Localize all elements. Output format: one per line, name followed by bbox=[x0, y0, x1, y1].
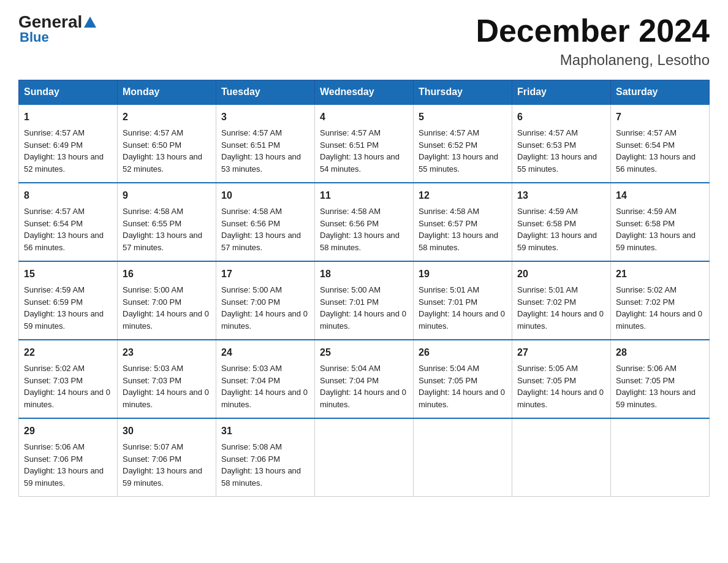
month-title: December 2024 bbox=[476, 12, 710, 49]
day-number: 1 bbox=[24, 110, 112, 124]
day-number: 18 bbox=[320, 267, 408, 282]
calendar-cell bbox=[512, 418, 611, 497]
calendar-cell: 30Sunrise: 5:07 AMSunset: 7:06 PMDayligh… bbox=[118, 418, 216, 497]
calendar-cell: 2Sunrise: 4:57 AMSunset: 6:50 PMDaylight… bbox=[118, 104, 216, 183]
day-info: Sunrise: 5:06 AMSunset: 7:05 PMDaylight:… bbox=[616, 362, 704, 410]
logo-blue-text: Blue bbox=[20, 29, 96, 45]
day-number: 4 bbox=[320, 110, 408, 124]
calendar-cell: 8Sunrise: 4:57 AMSunset: 6:54 PMDaylight… bbox=[19, 183, 118, 261]
header: General Blue December 2024 Mapholaneng, … bbox=[18, 12, 710, 69]
calendar-cell bbox=[414, 418, 512, 497]
location-title: Mapholaneng, Lesotho bbox=[476, 52, 710, 69]
day-number: 27 bbox=[517, 345, 605, 360]
weekday-header-monday: Monday bbox=[118, 80, 216, 105]
day-info: Sunrise: 4:58 AMSunset: 6:56 PMDaylight:… bbox=[221, 205, 309, 253]
day-info: Sunrise: 5:02 AMSunset: 7:02 PMDaylight:… bbox=[616, 284, 704, 332]
logo-triangle-icon bbox=[84, 17, 96, 28]
day-info: Sunrise: 4:59 AMSunset: 6:59 PMDaylight:… bbox=[24, 284, 112, 332]
weekday-header-friday: Friday bbox=[512, 80, 611, 105]
day-info: Sunrise: 5:06 AMSunset: 7:06 PMDaylight:… bbox=[24, 441, 112, 489]
calendar-cell: 19Sunrise: 5:01 AMSunset: 7:01 PMDayligh… bbox=[414, 261, 512, 340]
calendar-cell: 15Sunrise: 4:59 AMSunset: 6:59 PMDayligh… bbox=[19, 261, 118, 340]
day-info: Sunrise: 4:57 AMSunset: 6:54 PMDaylight:… bbox=[616, 127, 704, 175]
calendar-cell: 20Sunrise: 5:01 AMSunset: 7:02 PMDayligh… bbox=[512, 261, 611, 340]
day-number: 8 bbox=[24, 188, 112, 203]
weekday-header-thursday: Thursday bbox=[414, 80, 512, 105]
day-number: 21 bbox=[616, 267, 704, 282]
day-number: 5 bbox=[419, 110, 507, 124]
day-info: Sunrise: 5:00 AMSunset: 7:00 PMDaylight:… bbox=[123, 284, 211, 332]
day-info: Sunrise: 5:00 AMSunset: 7:00 PMDaylight:… bbox=[221, 284, 309, 332]
calendar-cell: 7Sunrise: 4:57 AMSunset: 6:54 PMDaylight… bbox=[611, 104, 710, 183]
calendar-cell: 16Sunrise: 5:00 AMSunset: 7:00 PMDayligh… bbox=[118, 261, 216, 340]
day-info: Sunrise: 4:57 AMSunset: 6:49 PMDaylight:… bbox=[24, 127, 112, 175]
calendar-cell: 10Sunrise: 4:58 AMSunset: 6:56 PMDayligh… bbox=[216, 183, 315, 261]
weekday-header-row: SundayMondayTuesdayWednesdayThursdayFrid… bbox=[19, 80, 710, 105]
logo: General Blue bbox=[18, 12, 96, 45]
calendar-cell: 4Sunrise: 4:57 AMSunset: 6:51 PMDaylight… bbox=[315, 104, 414, 183]
day-info: Sunrise: 5:08 AMSunset: 7:06 PMDaylight:… bbox=[221, 441, 309, 489]
day-number: 15 bbox=[24, 267, 112, 282]
day-info: Sunrise: 4:57 AMSunset: 6:53 PMDaylight:… bbox=[517, 127, 605, 175]
title-area: December 2024 Mapholaneng, Lesotho bbox=[476, 12, 710, 69]
day-info: Sunrise: 4:57 AMSunset: 6:52 PMDaylight:… bbox=[419, 127, 507, 175]
weekday-header-tuesday: Tuesday bbox=[216, 80, 315, 105]
day-info: Sunrise: 5:03 AMSunset: 7:04 PMDaylight:… bbox=[221, 362, 309, 410]
day-number: 30 bbox=[123, 424, 211, 439]
calendar-cell: 14Sunrise: 4:59 AMSunset: 6:58 PMDayligh… bbox=[611, 183, 710, 261]
day-number: 26 bbox=[419, 345, 507, 360]
day-info: Sunrise: 5:03 AMSunset: 7:03 PMDaylight:… bbox=[123, 362, 211, 410]
day-number: 23 bbox=[123, 345, 211, 360]
day-info: Sunrise: 4:57 AMSunset: 6:54 PMDaylight:… bbox=[24, 205, 112, 253]
calendar-cell: 21Sunrise: 5:02 AMSunset: 7:02 PMDayligh… bbox=[611, 261, 710, 340]
day-info: Sunrise: 4:57 AMSunset: 6:50 PMDaylight:… bbox=[123, 127, 211, 175]
day-number: 20 bbox=[517, 267, 605, 282]
calendar-cell: 12Sunrise: 4:58 AMSunset: 6:57 PMDayligh… bbox=[414, 183, 512, 261]
day-info: Sunrise: 4:59 AMSunset: 6:58 PMDaylight:… bbox=[616, 205, 704, 253]
day-number: 14 bbox=[616, 188, 704, 203]
day-number: 3 bbox=[221, 110, 309, 124]
calendar-cell: 3Sunrise: 4:57 AMSunset: 6:51 PMDaylight… bbox=[216, 104, 315, 183]
day-number: 13 bbox=[517, 188, 605, 203]
calendar-cell: 22Sunrise: 5:02 AMSunset: 7:03 PMDayligh… bbox=[19, 340, 118, 418]
day-number: 29 bbox=[24, 424, 112, 439]
day-info: Sunrise: 5:05 AMSunset: 7:05 PMDaylight:… bbox=[517, 362, 605, 410]
calendar-cell bbox=[315, 418, 414, 497]
calendar-cell: 17Sunrise: 5:00 AMSunset: 7:00 PMDayligh… bbox=[216, 261, 315, 340]
day-number: 22 bbox=[24, 345, 112, 360]
calendar-cell: 23Sunrise: 5:03 AMSunset: 7:03 PMDayligh… bbox=[118, 340, 216, 418]
calendar-cell: 29Sunrise: 5:06 AMSunset: 7:06 PMDayligh… bbox=[19, 418, 118, 497]
day-number: 12 bbox=[419, 188, 507, 203]
day-info: Sunrise: 4:57 AMSunset: 6:51 PMDaylight:… bbox=[320, 127, 408, 175]
day-number: 19 bbox=[419, 267, 507, 282]
calendar-cell: 6Sunrise: 4:57 AMSunset: 6:53 PMDaylight… bbox=[512, 104, 611, 183]
week-row-1: 1Sunrise: 4:57 AMSunset: 6:49 PMDaylight… bbox=[19, 104, 710, 183]
weekday-header-saturday: Saturday bbox=[611, 80, 710, 105]
day-info: Sunrise: 5:04 AMSunset: 7:04 PMDaylight:… bbox=[320, 362, 408, 410]
calendar-cell: 13Sunrise: 4:59 AMSunset: 6:58 PMDayligh… bbox=[512, 183, 611, 261]
day-number: 2 bbox=[123, 110, 211, 124]
calendar-cell: 28Sunrise: 5:06 AMSunset: 7:05 PMDayligh… bbox=[611, 340, 710, 418]
day-number: 28 bbox=[616, 345, 704, 360]
calendar-cell: 5Sunrise: 4:57 AMSunset: 6:52 PMDaylight… bbox=[414, 104, 512, 183]
day-number: 9 bbox=[123, 188, 211, 203]
calendar-table: SundayMondayTuesdayWednesdayThursdayFrid… bbox=[18, 80, 710, 497]
calendar-cell: 1Sunrise: 4:57 AMSunset: 6:49 PMDaylight… bbox=[19, 104, 118, 183]
calendar-cell: 24Sunrise: 5:03 AMSunset: 7:04 PMDayligh… bbox=[216, 340, 315, 418]
calendar-cell: 27Sunrise: 5:05 AMSunset: 7:05 PMDayligh… bbox=[512, 340, 611, 418]
calendar-cell: 11Sunrise: 4:58 AMSunset: 6:56 PMDayligh… bbox=[315, 183, 414, 261]
day-info: Sunrise: 4:58 AMSunset: 6:56 PMDaylight:… bbox=[320, 205, 408, 253]
calendar-cell: 26Sunrise: 5:04 AMSunset: 7:05 PMDayligh… bbox=[414, 340, 512, 418]
weekday-header-sunday: Sunday bbox=[19, 80, 118, 105]
day-info: Sunrise: 5:07 AMSunset: 7:06 PMDaylight:… bbox=[123, 441, 211, 489]
day-info: Sunrise: 5:04 AMSunset: 7:05 PMDaylight:… bbox=[419, 362, 507, 410]
day-number: 10 bbox=[221, 188, 309, 203]
week-row-3: 15Sunrise: 4:59 AMSunset: 6:59 PMDayligh… bbox=[19, 261, 710, 340]
calendar-cell: 18Sunrise: 5:00 AMSunset: 7:01 PMDayligh… bbox=[315, 261, 414, 340]
day-info: Sunrise: 5:01 AMSunset: 7:01 PMDaylight:… bbox=[419, 284, 507, 332]
day-number: 17 bbox=[221, 267, 309, 282]
day-info: Sunrise: 5:00 AMSunset: 7:01 PMDaylight:… bbox=[320, 284, 408, 332]
day-number: 6 bbox=[517, 110, 605, 124]
day-info: Sunrise: 4:59 AMSunset: 6:58 PMDaylight:… bbox=[517, 205, 605, 253]
day-number: 7 bbox=[616, 110, 704, 124]
